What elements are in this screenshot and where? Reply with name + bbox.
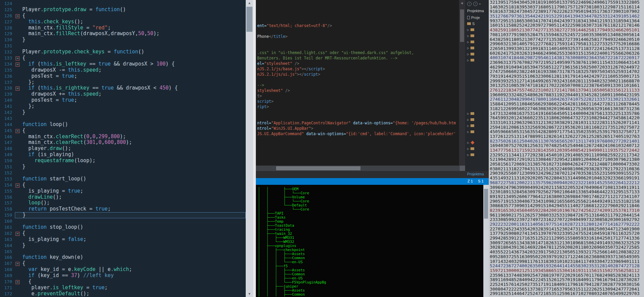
digits-row: 3086835773090314299151042945511402718681… — [490, 203, 644, 208]
scrollbar-thumb[interactable] — [484, 189, 488, 219]
line-number: 167 — [0, 261, 15, 267]
tree-item[interactable]: ▷ — [465, 33, 489, 39]
fold-collapse-icon[interactable]: − — [16, 280, 20, 284]
line-number: 149 — [0, 152, 15, 158]
digits-document-panel[interactable]: 3213951759430452018191005013379522469624… — [489, 0, 644, 297]
scroll-down-arrow-icon[interactable]: ▼ — [246, 291, 253, 297]
console-line: │ ├───ToastData — [258, 223, 483, 227]
html-code-editor[interactable]: ent="text/html; charset=utf-8"/>Phone</t… — [256, 0, 459, 166]
digits-row: 3182122699560227463083020196481275269563… — [490, 106, 644, 111]
tree-item[interactable]: ▷ — [465, 51, 489, 57]
line-number: 125 — [0, 7, 15, 13]
javascript-code-editor[interactable]: 124125Player.prototype.draw = function()… — [0, 0, 246, 297]
expand-arrow-icon[interactable]: ▷ — [467, 153, 469, 156]
line-number: 129 — [0, 31, 15, 37]
code-line — [257, 77, 459, 82]
fold-collapse-icon[interactable]: − — [16, 63, 20, 67]
expand-arrow-icon[interactable]: ▷ — [467, 53, 469, 56]
solution-root-item[interactable]: Proje — [465, 15, 489, 21]
code-line: 155 is_playing = true; — [0, 188, 246, 194]
line-number: 165 — [0, 249, 15, 255]
code-line — [257, 109, 459, 115]
pin-icon[interactable]: ▪ — [479, 2, 483, 6]
digits-row: 3008047222256513738177716537956315112226… — [490, 287, 644, 292]
digits-row: 1473132408163753141916656450511440004287… — [490, 111, 644, 116]
expand-arrow-icon[interactable]: ▷ — [467, 130, 469, 133]
tab-solution-explorer[interactable]: Projektma — [467, 172, 484, 176]
left-editor-scrollbar[interactable]: ▲ ▼ — [246, 0, 253, 297]
scrollbar-thumb[interactable] — [276, 166, 360, 170]
cursor-column-indicator: S 1 — [478, 179, 484, 183]
solution-node-label: S — [472, 22, 475, 26]
tree-item[interactable]: ▷ — [465, 117, 489, 123]
fold-collapse-icon[interactable]: − — [16, 129, 20, 133]
digits-row: 9687227581200221135759620094020223221691… — [490, 180, 644, 185]
folder-icon — [471, 118, 474, 121]
line-number: 169 — [0, 273, 15, 279]
forward-circle-icon[interactable]: › — [473, 2, 478, 6]
expand-arrow-icon[interactable]: ▷ — [467, 41, 469, 44]
digits-row: 1601511588252422039727905114322598163073… — [490, 23, 644, 28]
expand-arrow-icon[interactable]: ▷ — [467, 141, 469, 144]
crosshair-icon[interactable]: + — [460, 1, 464, 6]
code-line: 139 drawposX += this.speed; — [0, 91, 246, 97]
horizontal-scrollbar[interactable] — [256, 166, 465, 171]
folder-icon — [471, 112, 474, 115]
tree-item[interactable]: ▷ — [465, 123, 489, 129]
tree-item[interactable]: ▷ — [465, 152, 489, 158]
digits-row: 2270524523433542032839141523024731101882… — [490, 227, 644, 231]
code-line: 169 if (key_id == 37) //left key — [0, 273, 246, 279]
line-number: 136 — [0, 73, 15, 79]
code-line — [257, 39, 459, 45]
tree-item[interactable]: ▷ — [465, 146, 489, 152]
line-number: 156 — [0, 194, 15, 200]
expand-arrow-icon[interactable]: ▷ — [467, 59, 469, 62]
fold-collapse-icon[interactable]: − — [16, 56, 20, 60]
digits-row: 1588412095110846566293866224542811662116… — [490, 102, 644, 106]
fold-collapse-icon[interactable]: − — [16, 14, 20, 18]
console-window[interactable]: │ │ ├───OEM│ │ │ └───Core│ │ ├───Volume│… — [256, 185, 483, 297]
tree-item[interactable]: ▷ — [465, 39, 489, 45]
tree-item[interactable]: ▷ — [465, 140, 489, 146]
tree-item[interactable]: ▷ — [465, 45, 489, 51]
expand-arrow-icon[interactable]: ▷ — [467, 34, 469, 38]
tree-item[interactable]: ▷ — [465, 129, 489, 135]
scroll-up-arrow-icon[interactable]: ▲ — [246, 0, 253, 6]
fold-collapse-icon[interactable]: − — [16, 262, 20, 266]
line-number: 130 — [0, 37, 15, 43]
expand-arrow-icon[interactable]: ▷ — [467, 124, 469, 127]
console-scrollbar[interactable] — [483, 185, 489, 297]
html-editor-scrollbar[interactable]: + — [459, 0, 465, 166]
digits-row: 2999393253127141649926570324316028111594… — [490, 79, 644, 83]
fold-collapse-icon[interactable]: − — [16, 183, 20, 188]
line-number: 166 — [0, 254, 15, 261]
expand-arrow-icon[interactable]: ▷ — [467, 47, 469, 50]
back-circle-icon[interactable]: ‹ — [467, 2, 472, 6]
solution-explorer-panel[interactable]: ‹ › ▪ Projektma Proje S ▷▷▷▷▷▷▷▷▷▷▷▷▷ — [465, 0, 489, 171]
scrollbar-thumb[interactable] — [460, 9, 464, 42]
fold-collapse-icon[interactable]: − — [16, 232, 20, 236]
code-line: JS.UI.AppBarCommand" data-win-options="{… — [257, 131, 459, 137]
line-number: 132 — [0, 49, 15, 55]
line-number: 163 — [0, 237, 15, 243]
expand-arrow-icon[interactable]: ▷ — [467, 28, 469, 31]
scrollbar-thumb[interactable] — [246, 7, 252, 32]
fold-collapse-icon[interactable]: − — [16, 86, 20, 91]
line-number: 141 — [0, 103, 15, 109]
line-number: 145 — [0, 128, 15, 134]
code-line: el="stylesheet" /> — [257, 61, 459, 66]
solution-node-item[interactable]: S — [465, 21, 489, 27]
expand-arrow-icon[interactable]: ▷ — [467, 112, 469, 115]
digits-row: 2903925560712309932429623870212470353815… — [490, 171, 644, 176]
code-line: 128 main_ctx.fillStyle = "red"; — [0, 25, 246, 31]
expand-arrow-icon[interactable]: ▷ — [467, 118, 469, 121]
diamond-icon — [471, 141, 474, 144]
expand-arrow-icon[interactable]: ▷ — [467, 147, 469, 150]
digits-row: 0380211318227043131215163224698100629382… — [490, 167, 644, 171]
digits-row: 2996032130140579122776821759314179581312… — [490, 42, 644, 46]
digits-row: 4629019104941653947558512271961561502500… — [490, 65, 644, 70]
tree-item[interactable]: ▷ — [465, 27, 489, 33]
tree-item[interactable]: ▷ — [465, 110, 489, 117]
tree-item[interactable]: ▷ — [465, 57, 489, 63]
code-line: 138− if (this.is_rightkey == true && dra… — [0, 85, 246, 91]
